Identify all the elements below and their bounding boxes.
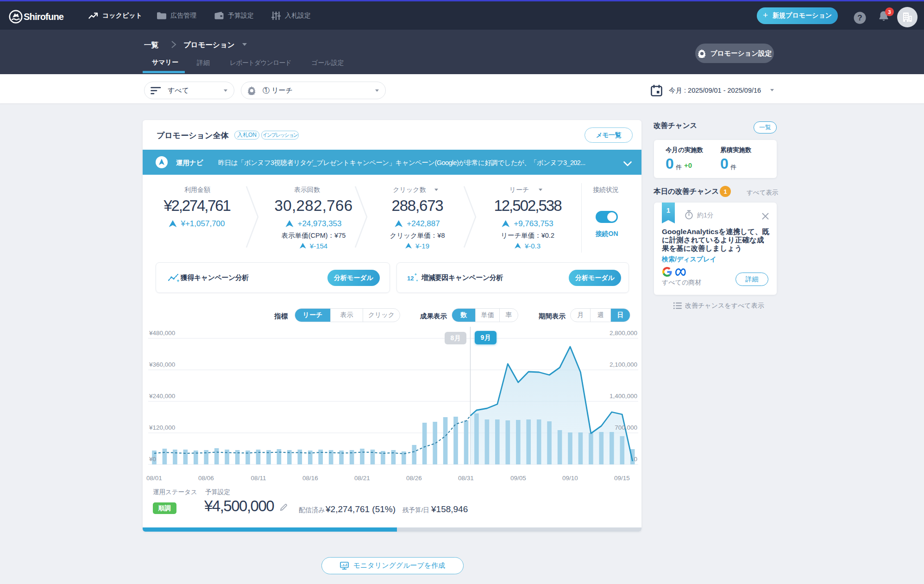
svg-text:12: 12 [407, 275, 414, 282]
svg-text:?: ? [857, 13, 862, 22]
